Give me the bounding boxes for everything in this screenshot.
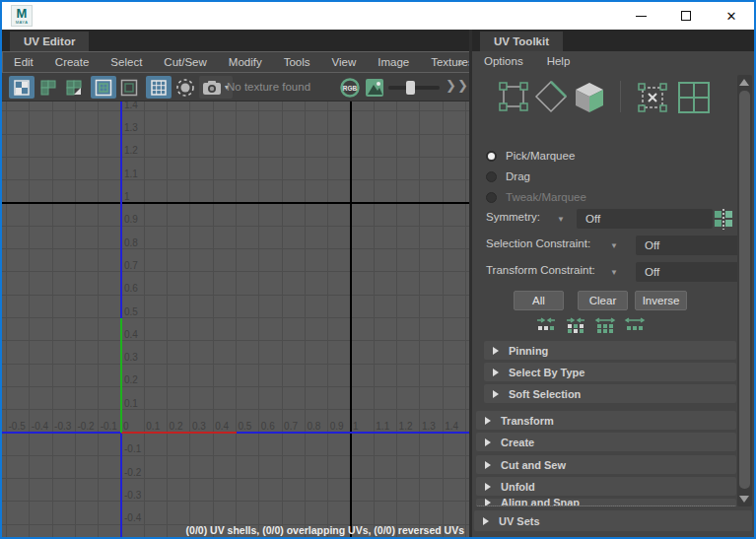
axis-tick-label: 0.4: [215, 421, 229, 432]
uv-canvas[interactable]: (0/0) UV shells, (0/0) overlapping UVs, …: [2, 101, 469, 539]
scroll-up-icon[interactable]: [739, 79, 749, 86]
section-label: Transform: [501, 415, 554, 427]
axis-tick-label: 0.2: [124, 374, 138, 385]
symmetry-value-field[interactable]: Off: [577, 209, 713, 229]
expand-arrow-icon: [493, 369, 499, 376]
section-create[interactable]: Create: [476, 433, 736, 451]
expand-arrow-icon: [485, 499, 491, 506]
menu-select[interactable]: Select: [100, 56, 153, 68]
axis-tick-label: 0.9: [330, 421, 344, 432]
menu-help[interactable]: Help: [535, 55, 583, 67]
maximize-button[interactable]: [663, 2, 709, 30]
tab-uv-toolkit[interactable]: UV Toolkit: [480, 32, 563, 51]
texture-borders-icon: [95, 79, 112, 97]
axis-tick-label: 0.7: [284, 421, 298, 432]
minimize-button[interactable]: [618, 2, 663, 30]
select-all-button[interactable]: All: [514, 291, 564, 310]
radio-drag[interactable]: Drag: [486, 168, 530, 184]
axis-tick-label: -0.4: [124, 512, 141, 523]
transform-constraint-value-field[interactable]: Off: [636, 262, 739, 282]
uv-toolkit-menubar: Options Help: [472, 51, 754, 71]
select-inverse-button[interactable]: Inverse: [635, 291, 687, 310]
axis-tick-label: -0.1: [124, 443, 141, 454]
channel-rgb-button[interactable]: RGB: [337, 76, 363, 99]
toolkit-scrollbar[interactable]: [737, 75, 752, 506]
face-mode-button[interactable]: [571, 79, 608, 120]
section-unfold[interactable]: Unfold: [476, 477, 736, 496]
edge-mode-button[interactable]: [533, 79, 569, 118]
close-button[interactable]: ✕: [709, 2, 754, 30]
shell-borders-button[interactable]: [116, 76, 142, 99]
symmetry-icon[interactable]: [713, 208, 735, 231]
selection-constraint-value-field[interactable]: Off: [636, 236, 739, 255]
select-clear-button[interactable]: Clear: [578, 291, 628, 310]
scroll-down-icon[interactable]: [739, 496, 749, 503]
grid-icon: [150, 79, 168, 97]
pixel-snap-button[interactable]: [172, 76, 198, 99]
section-select-by-type[interactable]: Select By Type: [484, 363, 736, 381]
titlebar: M MAYA ✕: [2, 2, 754, 30]
selection-constraint-dropdown-icon[interactable]: ▼: [610, 241, 618, 250]
toolbar-expand-icon[interactable]: ❯❯: [446, 78, 469, 93]
shaded-shells-icon: [39, 79, 57, 97]
menu-overflow-icon[interactable]: »: [457, 56, 463, 68]
display-checkered-button[interactable]: [9, 76, 34, 99]
menu-image[interactable]: Image: [367, 56, 420, 68]
scrollbar-thumb[interactable]: [739, 91, 750, 489]
svg-text:RGB: RGB: [343, 85, 358, 92]
slider-handle[interactable]: [406, 81, 415, 95]
vertex-mode-button[interactable]: [496, 79, 531, 118]
symmetry-dropdown-icon[interactable]: ▼: [557, 215, 565, 224]
close-icon: ✕: [726, 10, 737, 23]
shrink-selection-grid-icon[interactable]: [565, 316, 586, 333]
section-uv-sets[interactable]: UV Sets: [474, 510, 752, 531]
grow-selection-icon[interactable]: [624, 316, 646, 333]
uv-shell-icon: [675, 79, 713, 116]
section-cut-and-sew[interactable]: Cut and Sew: [476, 455, 736, 474]
menu-cut-sew[interactable]: Cut/Sew: [153, 56, 217, 68]
axis-tick-label: 1.1: [376, 421, 389, 432]
vertex-icon: [496, 79, 531, 114]
section-transform[interactable]: Transform: [476, 411, 736, 430]
section-label: Cut and Sew: [501, 459, 566, 471]
grid-toggle-button[interactable]: [146, 76, 172, 99]
image-dim-slider[interactable]: [388, 86, 440, 90]
axis-tick-label: 0.3: [124, 352, 138, 363]
shell-mode-button[interactable]: [675, 79, 713, 120]
distortion-icon: [65, 79, 83, 97]
uv-status-line: (0/0) UV shells, (0/0) overlapping UVs, …: [186, 524, 464, 536]
expand-arrow-icon: [485, 438, 491, 446]
maya-window: M MAYA ✕ UV Editor Edit Create Select Cu…: [0, 0, 756, 539]
axis-tick-label: 0.2: [170, 421, 183, 432]
display-shaded-button[interactable]: [35, 76, 61, 99]
menu-options[interactable]: Options: [472, 55, 535, 67]
image-display-button[interactable]: [362, 76, 387, 99]
menu-modify[interactable]: Modify: [218, 56, 273, 68]
radio-pick-marquee[interactable]: Pick/Marquee: [486, 148, 575, 164]
axis-tick-label: 1.3: [124, 122, 138, 133]
section-label: UV Sets: [499, 515, 540, 527]
symmetry-row: Symmetry: ▼ Off: [486, 211, 742, 229]
axis-tick-label: -0.5: [9, 421, 26, 432]
menu-view[interactable]: View: [321, 56, 368, 68]
menu-tools[interactable]: Tools: [273, 56, 321, 68]
section-align-and-snap[interactable]: Align and Snap: [476, 499, 736, 506]
grow-selection-grid-icon[interactable]: [594, 316, 616, 333]
tab-uv-editor[interactable]: UV Editor: [10, 32, 89, 51]
display-distortion-button[interactable]: [61, 76, 87, 99]
axis-tick-label: 0.1: [124, 398, 138, 409]
transform-constraint-dropdown-icon[interactable]: ▼: [610, 268, 618, 277]
texture-borders-button[interactable]: [91, 76, 116, 99]
radio-label: Drag: [506, 170, 530, 182]
uv-mode-button[interactable]: [634, 79, 671, 120]
section-soft-selection[interactable]: Soft Selection: [484, 384, 736, 403]
section-pinning[interactable]: Pinning: [484, 341, 736, 360]
radio-tweak-marquee: Tweak/Marquee: [486, 189, 586, 205]
radio-icon: [486, 171, 497, 182]
menu-create[interactable]: Create: [44, 56, 101, 68]
axis-tick-label: 0.8: [307, 421, 320, 432]
expand-arrow-icon: [485, 483, 491, 491]
menu-edit[interactable]: Edit: [3, 56, 44, 68]
transform-constraint-row: Transform Constraint: ▼ Off: [486, 264, 742, 282]
shrink-selection-icon[interactable]: [535, 316, 557, 333]
